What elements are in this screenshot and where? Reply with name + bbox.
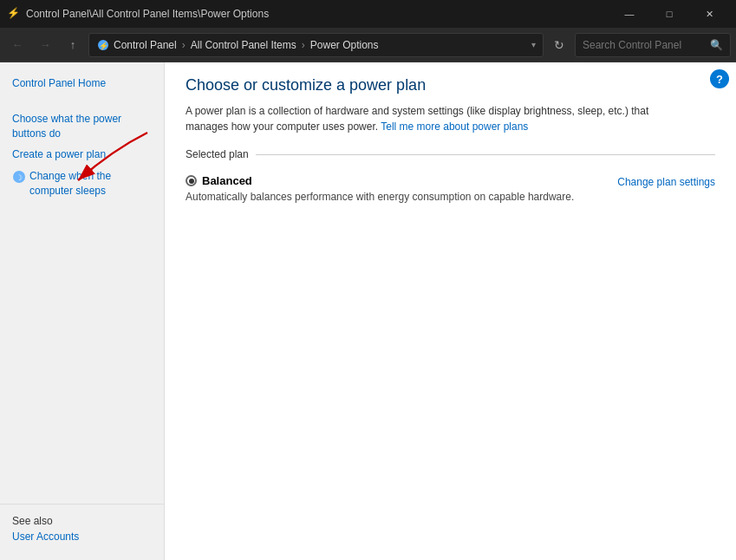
- window-controls: — □ ✕: [609, 0, 729, 28]
- help-button[interactable]: ?: [710, 69, 729, 88]
- plan-radio[interactable]: [186, 175, 197, 186]
- sidebar-item-home[interactable]: Control Panel Home: [0, 73, 164, 94]
- path-segment-power-options[interactable]: Power Options: [310, 39, 379, 51]
- window-icon: ⚡: [7, 7, 21, 21]
- see-also-user-accounts[interactable]: User Accounts: [12, 531, 79, 543]
- window-title: Control Panel\All Control Panel Items\Po…: [26, 8, 609, 20]
- main-container: Control Panel Home Choose what the power…: [0, 62, 736, 560]
- search-icon: 🔍: [710, 39, 723, 51]
- plan-description: Automatically balances performance with …: [186, 191, 574, 203]
- search-input[interactable]: [583, 39, 705, 51]
- sidebar-item-change-sleep[interactable]: ☽ Change when the computer sleeps: [0, 166, 164, 202]
- address-path[interactable]: ⚡ Control Panel › All Control Panel Item…: [88, 33, 544, 57]
- plan-radio-inner: [189, 179, 194, 184]
- content-description: A power plan is a collection of hardware…: [186, 103, 688, 134]
- title-bar: ⚡ Control Panel\All Control Panel Items\…: [0, 0, 736, 28]
- search-box[interactable]: 🔍: [575, 33, 731, 57]
- see-also-section: See also User Accounts: [0, 504, 164, 550]
- address-bar: ← → ↑ ⚡ Control Panel › All Control Pane…: [0, 28, 736, 62]
- path-icon: ⚡: [96, 38, 110, 52]
- close-button[interactable]: ✕: [689, 0, 729, 28]
- refresh-button[interactable]: ↻: [547, 33, 571, 57]
- learn-more-link[interactable]: Tell me more about power plans: [381, 120, 528, 133]
- back-button[interactable]: ←: [5, 33, 29, 57]
- sidebar-item-power-buttons[interactable]: Choose what the power buttons do: [0, 108, 164, 145]
- svg-text:⚡: ⚡: [99, 41, 109, 51]
- path-dropdown-arrow[interactable]: ▾: [531, 40, 536, 49]
- path-segment-all-items[interactable]: All Control Panel Items: [191, 39, 296, 51]
- content-area: ? Choose or customize a power plan A pow…: [165, 62, 736, 560]
- svg-text:☽: ☽: [16, 173, 23, 182]
- plan-row: Balanced Automatically balances performa…: [186, 169, 715, 208]
- maximize-button[interactable]: □: [649, 0, 689, 28]
- up-button[interactable]: ↑: [61, 33, 85, 57]
- plan-name: Balanced: [186, 174, 574, 187]
- page-title: Choose or customize a power plan: [186, 76, 715, 94]
- selected-plan-label: Selected plan: [186, 148, 249, 160]
- see-also-title: See also: [12, 515, 152, 527]
- plan-section-header: Selected plan: [186, 148, 715, 160]
- sidebar-item-create-plan[interactable]: Create a power plan: [0, 144, 164, 166]
- plan-info: Balanced Automatically balances performa…: [186, 174, 574, 203]
- minimize-button[interactable]: —: [609, 0, 649, 28]
- forward-button[interactable]: →: [33, 33, 57, 57]
- change-plan-settings-link[interactable]: Change plan settings: [617, 174, 715, 188]
- plan-section-divider: [256, 154, 715, 155]
- change-sleep-icon: ☽: [12, 170, 26, 188]
- sidebar: Control Panel Home Choose what the power…: [0, 62, 165, 560]
- path-segment-control-panel[interactable]: Control Panel: [114, 39, 177, 51]
